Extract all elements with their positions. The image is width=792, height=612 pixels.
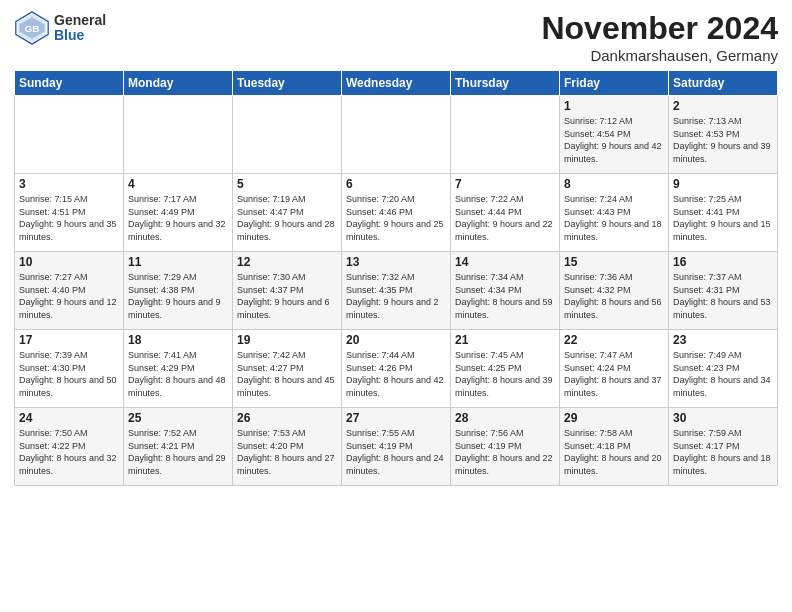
calendar-cell: 13Sunrise: 7:32 AM Sunset: 4:35 PM Dayli… (342, 252, 451, 330)
logo-text: General Blue (54, 13, 106, 44)
day-info: Sunrise: 7:41 AM Sunset: 4:29 PM Dayligh… (128, 349, 228, 399)
day-info: Sunrise: 7:37 AM Sunset: 4:31 PM Dayligh… (673, 271, 773, 321)
calendar-cell: 22Sunrise: 7:47 AM Sunset: 4:24 PM Dayli… (560, 330, 669, 408)
day-number: 8 (564, 177, 664, 191)
day-number: 6 (346, 177, 446, 191)
day-info: Sunrise: 7:39 AM Sunset: 4:30 PM Dayligh… (19, 349, 119, 399)
day-number: 2 (673, 99, 773, 113)
day-number: 4 (128, 177, 228, 191)
calendar-week-2: 3Sunrise: 7:15 AM Sunset: 4:51 PM Daylig… (15, 174, 778, 252)
header-tuesday: Tuesday (233, 71, 342, 96)
calendar-week-5: 24Sunrise: 7:50 AM Sunset: 4:22 PM Dayli… (15, 408, 778, 486)
day-info: Sunrise: 7:53 AM Sunset: 4:20 PM Dayligh… (237, 427, 337, 477)
calendar-cell: 4Sunrise: 7:17 AM Sunset: 4:49 PM Daylig… (124, 174, 233, 252)
day-number: 18 (128, 333, 228, 347)
header-thursday: Thursday (451, 71, 560, 96)
day-info: Sunrise: 7:44 AM Sunset: 4:26 PM Dayligh… (346, 349, 446, 399)
calendar-cell: 26Sunrise: 7:53 AM Sunset: 4:20 PM Dayli… (233, 408, 342, 486)
calendar-header: Sunday Monday Tuesday Wednesday Thursday… (15, 71, 778, 96)
calendar-cell: 25Sunrise: 7:52 AM Sunset: 4:21 PM Dayli… (124, 408, 233, 486)
day-number: 10 (19, 255, 119, 269)
day-number: 24 (19, 411, 119, 425)
day-number: 1 (564, 99, 664, 113)
day-number: 11 (128, 255, 228, 269)
day-info: Sunrise: 7:29 AM Sunset: 4:38 PM Dayligh… (128, 271, 228, 321)
calendar-cell: 6Sunrise: 7:20 AM Sunset: 4:46 PM Daylig… (342, 174, 451, 252)
day-info: Sunrise: 7:30 AM Sunset: 4:37 PM Dayligh… (237, 271, 337, 321)
calendar-cell: 5Sunrise: 7:19 AM Sunset: 4:47 PM Daylig… (233, 174, 342, 252)
day-info: Sunrise: 7:55 AM Sunset: 4:19 PM Dayligh… (346, 427, 446, 477)
day-info: Sunrise: 7:32 AM Sunset: 4:35 PM Dayligh… (346, 271, 446, 321)
svg-text:GB: GB (25, 23, 40, 34)
day-info: Sunrise: 7:27 AM Sunset: 4:40 PM Dayligh… (19, 271, 119, 321)
day-number: 7 (455, 177, 555, 191)
day-info: Sunrise: 7:58 AM Sunset: 4:18 PM Dayligh… (564, 427, 664, 477)
calendar-cell: 27Sunrise: 7:55 AM Sunset: 4:19 PM Dayli… (342, 408, 451, 486)
calendar-cell: 29Sunrise: 7:58 AM Sunset: 4:18 PM Dayli… (560, 408, 669, 486)
day-info: Sunrise: 7:20 AM Sunset: 4:46 PM Dayligh… (346, 193, 446, 243)
calendar-cell (15, 96, 124, 174)
day-number: 17 (19, 333, 119, 347)
day-info: Sunrise: 7:42 AM Sunset: 4:27 PM Dayligh… (237, 349, 337, 399)
calendar-cell: 10Sunrise: 7:27 AM Sunset: 4:40 PM Dayli… (15, 252, 124, 330)
calendar-week-4: 17Sunrise: 7:39 AM Sunset: 4:30 PM Dayli… (15, 330, 778, 408)
day-number: 14 (455, 255, 555, 269)
day-number: 12 (237, 255, 337, 269)
day-number: 29 (564, 411, 664, 425)
calendar-cell (124, 96, 233, 174)
day-number: 3 (19, 177, 119, 191)
day-info: Sunrise: 7:49 AM Sunset: 4:23 PM Dayligh… (673, 349, 773, 399)
calendar-cell: 15Sunrise: 7:36 AM Sunset: 4:32 PM Dayli… (560, 252, 669, 330)
day-number: 13 (346, 255, 446, 269)
day-info: Sunrise: 7:22 AM Sunset: 4:44 PM Dayligh… (455, 193, 555, 243)
day-number: 26 (237, 411, 337, 425)
calendar-cell: 7Sunrise: 7:22 AM Sunset: 4:44 PM Daylig… (451, 174, 560, 252)
day-info: Sunrise: 7:17 AM Sunset: 4:49 PM Dayligh… (128, 193, 228, 243)
header-wednesday: Wednesday (342, 71, 451, 96)
day-number: 28 (455, 411, 555, 425)
header-monday: Monday (124, 71, 233, 96)
calendar-cell: 12Sunrise: 7:30 AM Sunset: 4:37 PM Dayli… (233, 252, 342, 330)
calendar-cell: 30Sunrise: 7:59 AM Sunset: 4:17 PM Dayli… (669, 408, 778, 486)
calendar-cell (233, 96, 342, 174)
day-info: Sunrise: 7:25 AM Sunset: 4:41 PM Dayligh… (673, 193, 773, 243)
calendar-cell (342, 96, 451, 174)
day-info: Sunrise: 7:45 AM Sunset: 4:25 PM Dayligh… (455, 349, 555, 399)
day-number: 16 (673, 255, 773, 269)
calendar-cell: 11Sunrise: 7:29 AM Sunset: 4:38 PM Dayli… (124, 252, 233, 330)
page-container: GB General Blue November 2024 Dankmarsha… (0, 0, 792, 492)
day-number: 25 (128, 411, 228, 425)
calendar-cell: 1Sunrise: 7:12 AM Sunset: 4:54 PM Daylig… (560, 96, 669, 174)
logo-general-text: General (54, 13, 106, 28)
header-row: Sunday Monday Tuesday Wednesday Thursday… (15, 71, 778, 96)
day-number: 30 (673, 411, 773, 425)
calendar-cell: 19Sunrise: 7:42 AM Sunset: 4:27 PM Dayli… (233, 330, 342, 408)
calendar-cell: 21Sunrise: 7:45 AM Sunset: 4:25 PM Dayli… (451, 330, 560, 408)
calendar-cell: 28Sunrise: 7:56 AM Sunset: 4:19 PM Dayli… (451, 408, 560, 486)
day-info: Sunrise: 7:47 AM Sunset: 4:24 PM Dayligh… (564, 349, 664, 399)
calendar-cell: 3Sunrise: 7:15 AM Sunset: 4:51 PM Daylig… (15, 174, 124, 252)
day-number: 15 (564, 255, 664, 269)
header-sunday: Sunday (15, 71, 124, 96)
calendar-body: 1Sunrise: 7:12 AM Sunset: 4:54 PM Daylig… (15, 96, 778, 486)
calendar-cell: 24Sunrise: 7:50 AM Sunset: 4:22 PM Dayli… (15, 408, 124, 486)
month-title: November 2024 (541, 10, 778, 47)
calendar-week-3: 10Sunrise: 7:27 AM Sunset: 4:40 PM Dayli… (15, 252, 778, 330)
logo-icon: GB (14, 10, 50, 46)
calendar-table: Sunday Monday Tuesday Wednesday Thursday… (14, 70, 778, 486)
logo-blue-text: Blue (54, 28, 106, 43)
calendar-cell: 9Sunrise: 7:25 AM Sunset: 4:41 PM Daylig… (669, 174, 778, 252)
header: GB General Blue November 2024 Dankmarsha… (14, 10, 778, 64)
day-number: 20 (346, 333, 446, 347)
calendar-cell: 2Sunrise: 7:13 AM Sunset: 4:53 PM Daylig… (669, 96, 778, 174)
logo: GB General Blue (14, 10, 106, 46)
day-info: Sunrise: 7:36 AM Sunset: 4:32 PM Dayligh… (564, 271, 664, 321)
header-friday: Friday (560, 71, 669, 96)
calendar-cell: 16Sunrise: 7:37 AM Sunset: 4:31 PM Dayli… (669, 252, 778, 330)
day-number: 22 (564, 333, 664, 347)
day-number: 23 (673, 333, 773, 347)
calendar-cell (451, 96, 560, 174)
calendar-cell: 20Sunrise: 7:44 AM Sunset: 4:26 PM Dayli… (342, 330, 451, 408)
calendar-cell: 14Sunrise: 7:34 AM Sunset: 4:34 PM Dayli… (451, 252, 560, 330)
day-info: Sunrise: 7:15 AM Sunset: 4:51 PM Dayligh… (19, 193, 119, 243)
